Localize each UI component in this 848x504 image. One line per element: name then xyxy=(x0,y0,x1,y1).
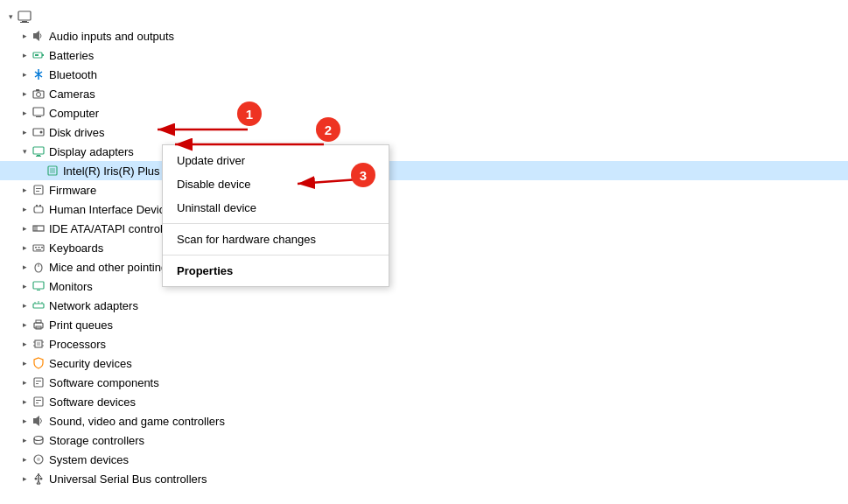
expand-btn-monitors[interactable] xyxy=(18,279,32,293)
softcomp-label: Software components xyxy=(49,376,159,389)
expand-btn-storage[interactable] xyxy=(18,433,32,447)
svg-rect-6 xyxy=(42,54,44,56)
svg-point-59 xyxy=(34,437,43,441)
expand-btn-display[interactable] xyxy=(18,144,32,158)
svg-rect-32 xyxy=(41,247,43,248)
expand-btn-keyboards[interactable] xyxy=(18,241,32,255)
svg-rect-37 xyxy=(37,290,40,290)
svg-rect-43 xyxy=(36,320,41,323)
expand-btn-batteries[interactable] xyxy=(18,48,32,62)
expand-btn-computer[interactable] xyxy=(18,106,32,120)
svg-rect-17 xyxy=(36,156,41,157)
tree-items-container: Audio inputs and outputsBatteriesBluetoo… xyxy=(0,26,848,488)
expand-root[interactable] xyxy=(4,10,18,24)
tree-item-print[interactable]: Print queues xyxy=(0,315,848,334)
display-icon xyxy=(32,144,46,158)
firmware-icon xyxy=(32,183,46,197)
tree-item-network[interactable]: Network adapters xyxy=(0,296,848,315)
tree-item-usb[interactable]: Universal Serial Bus controllers xyxy=(0,469,848,488)
expand-btn-hid[interactable] xyxy=(18,202,32,216)
svg-rect-21 xyxy=(36,188,41,189)
tree-item-batteries[interactable]: Batteries xyxy=(0,46,848,65)
processors-label: Processors xyxy=(49,338,106,351)
hid-label: Human Interface Devices xyxy=(49,203,177,216)
tree-item-processors[interactable]: Processors xyxy=(0,334,848,354)
tree-item-cameras[interactable]: Cameras xyxy=(0,84,848,103)
monitors-icon xyxy=(32,279,46,293)
softdev-label: Software devices xyxy=(49,396,136,409)
svg-rect-51 xyxy=(34,378,43,387)
usb-icon xyxy=(32,472,46,486)
tree-item-ide[interactable]: IDE ATA/ATAPI controllers xyxy=(0,219,848,238)
tree-item-keyboards[interactable]: Keyboards xyxy=(0,238,848,257)
tree-item-security[interactable]: Security devices xyxy=(0,354,848,373)
tree-item-computer[interactable]: Computer xyxy=(0,103,848,122)
svg-rect-52 xyxy=(36,381,41,382)
expand-btn-usb[interactable] xyxy=(18,472,32,486)
sysdev-icon xyxy=(32,452,46,466)
tree-item-firmware[interactable]: Firmware xyxy=(0,180,848,200)
svg-rect-22 xyxy=(36,191,39,192)
tree-item-audio[interactable]: Audio inputs and outputs xyxy=(0,26,848,46)
expand-btn-softcomp[interactable] xyxy=(18,375,32,389)
expand-btn-softdev[interactable] xyxy=(18,395,32,409)
print-label: Print queues xyxy=(49,318,113,332)
disk-label: Disk drives xyxy=(49,126,105,139)
intel-gpu-icon xyxy=(46,164,60,178)
tree-item-softcomp[interactable]: Software components xyxy=(0,373,848,392)
cameras-label: Cameras xyxy=(49,88,95,101)
expand-btn-cameras[interactable] xyxy=(18,87,32,101)
ide-icon xyxy=(32,221,46,235)
expand-btn-processors[interactable] xyxy=(18,337,32,351)
tree-root[interactable] xyxy=(0,7,848,26)
expand-btn-print[interactable] xyxy=(18,318,32,332)
menu-item-uninstall[interactable]: Uninstall device xyxy=(163,196,389,220)
svg-point-65 xyxy=(35,478,38,480)
tree-item-storage[interactable]: Storage controllers xyxy=(0,430,848,450)
menu-item-scan[interactable]: Scan for hardware changes xyxy=(163,228,389,251)
sound-label: Sound, video and game controllers xyxy=(49,415,225,428)
tree-item-softdev[interactable]: Software devices xyxy=(0,392,848,411)
svg-rect-2 xyxy=(20,22,29,23)
menu-item-properties[interactable]: Properties xyxy=(163,259,389,283)
annotation-1: 1 xyxy=(237,102,262,126)
svg-rect-11 xyxy=(33,108,44,116)
batteries-icon xyxy=(32,48,46,62)
tree-item-sysdev[interactable]: System devices xyxy=(0,450,848,469)
expand-btn-sysdev[interactable] xyxy=(18,452,32,466)
computer-icon xyxy=(18,10,32,24)
svg-rect-0 xyxy=(18,11,31,20)
tree-item-mice[interactable]: Mice and other pointing devices xyxy=(0,257,848,276)
menu-divider-after-uninstall xyxy=(163,223,389,224)
svg-rect-3 xyxy=(33,33,36,38)
usb-label: Universal Serial Bus controllers xyxy=(49,472,207,486)
tree-item-display[interactable]: Display adapters xyxy=(0,142,848,161)
tree-item-bluetooth[interactable]: Bluetooth xyxy=(0,65,848,84)
expand-btn-bluetooth[interactable] xyxy=(18,67,32,81)
expand-btn-ide[interactable] xyxy=(18,221,32,235)
expand-btn-security[interactable] xyxy=(18,356,32,370)
expand-btn-sound[interactable] xyxy=(18,414,32,428)
sysdev-label: System devices xyxy=(49,453,129,466)
expand-btn-firmware[interactable] xyxy=(18,183,32,197)
expand-btn-audio[interactable] xyxy=(18,29,32,43)
computer-icon xyxy=(32,106,46,120)
device-manager-tree: Audio inputs and outputsBatteriesBluetoo… xyxy=(0,0,848,504)
annotation-2: 2 xyxy=(316,117,340,142)
network-label: Network adapters xyxy=(49,299,138,312)
expand-btn-disk[interactable] xyxy=(18,125,32,139)
keyboards-label: Keyboards xyxy=(49,242,103,255)
expand-btn-mice[interactable] xyxy=(18,260,32,274)
tree-item-monitors[interactable]: Monitors xyxy=(0,276,848,296)
tree-item-hid[interactable]: Human Interface Devices xyxy=(0,200,848,219)
tree-item-intel-gpu[interactable]: Intel(R) Iris(R) Plus Graphics xyxy=(0,161,848,180)
expand-btn-network[interactable] xyxy=(18,298,32,312)
firmware-label: Firmware xyxy=(49,184,96,197)
svg-rect-16 xyxy=(37,155,40,156)
tree-item-sound[interactable]: Sound, video and game controllers xyxy=(0,411,848,430)
hid-icon xyxy=(32,202,46,216)
svg-rect-23 xyxy=(34,206,43,213)
tree-item-disk[interactable]: Disk drives xyxy=(0,122,848,142)
expand-btn-intel-gpu[interactable] xyxy=(32,164,46,178)
processors-icon xyxy=(32,337,46,351)
